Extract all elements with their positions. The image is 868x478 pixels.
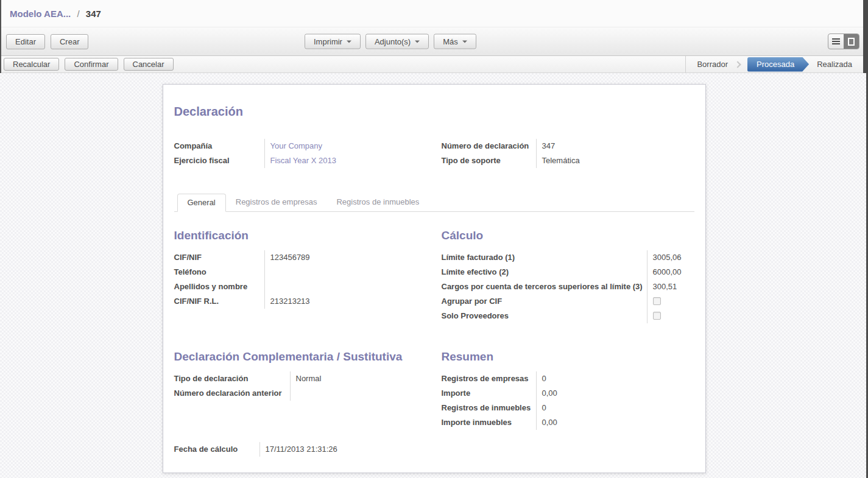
breadcrumb-parent-link[interactable]: Modelo AEA... xyxy=(10,9,71,19)
solo-proveedores-checkbox[interactable] xyxy=(653,312,661,320)
form-sheet: Declaración Compañía Your Company Ejerci… xyxy=(163,84,706,473)
caret-down-icon xyxy=(347,41,351,43)
telefono-value xyxy=(264,265,427,279)
fecha-calculo-label: Fecha de cálculo xyxy=(174,442,259,457)
company-field: Compañía Your Company xyxy=(174,139,427,153)
calculation-group: Cálculo Límite facturado (1) 3005,06 Lím… xyxy=(442,229,694,323)
importe-value: 0,00 xyxy=(536,386,694,401)
apellidos-nombre-field: Apellidos y nombre xyxy=(174,279,427,294)
complementary-group: Declaración Complementaria / Sustitutiva… xyxy=(174,350,427,430)
company-link[interactable]: Your Company xyxy=(264,139,427,153)
tab-registros-de-empresas[interactable]: Registros de empresas xyxy=(226,194,327,212)
declaration-number-label: Número de declaración xyxy=(442,139,536,153)
action-bar: Recalcular Confirmar Cancelar Borrador P… xyxy=(0,56,868,73)
top-left-group: Compañía Your Company Ejercicio fiscal F… xyxy=(174,139,427,168)
toolbar: Editar Crear Imprimir Adjunto(s) Más xyxy=(0,27,868,56)
identification-title: Identificación xyxy=(174,229,427,242)
tab-general[interactable]: General xyxy=(177,194,226,212)
status-procesada[interactable]: Procesada xyxy=(747,57,809,72)
top-right-group: Número de declaración 347 Tipo de soport… xyxy=(442,139,694,168)
limite-efectivo-field: Límite efectivo (2) 6000,00 xyxy=(442,265,694,279)
calculation-title: Cálculo xyxy=(442,229,694,242)
summary-group: Resumen Registros de empresas 0 Importe … xyxy=(442,350,694,430)
caret-down-icon xyxy=(462,41,467,43)
print-button-label: Imprimir xyxy=(314,37,342,46)
numero-declaracion-anterior-label: Número declaración anterior xyxy=(174,386,290,401)
recalculate-button[interactable]: Recalcular xyxy=(4,58,59,71)
statusbar: Borrador Procesada Realizada xyxy=(685,56,862,72)
agrupar-por-cif-checkbox[interactable] xyxy=(653,297,661,305)
importe-inmuebles-field: Importe inmuebles 0,00 xyxy=(442,415,694,430)
confirm-button[interactable]: Confirmar xyxy=(65,58,118,71)
more-button[interactable]: Más xyxy=(434,34,476,49)
cif-nif-field: CIF/NIF 123456789 xyxy=(174,250,427,265)
cargos-terceros-field: Cargos por cuenta de terceros superiores… xyxy=(442,279,694,294)
notebook-tabs: General Registros de empresas Registros … xyxy=(174,194,694,212)
declaration-number-field: Número de declaración 347 xyxy=(442,139,694,153)
cargos-terceros-value: 300,51 xyxy=(647,279,694,294)
fecha-calculo-value: 17/11/2013 21:31:26 xyxy=(259,442,439,457)
limite-facturado-field: Límite facturado (1) 3005,06 xyxy=(442,250,694,265)
tipo-declaracion-value: Normal xyxy=(290,371,427,386)
status-borrador[interactable]: Borrador xyxy=(697,60,728,69)
cancel-button[interactable]: Cancelar xyxy=(124,58,174,71)
summary-title: Resumen xyxy=(442,350,694,364)
attachments-button[interactable]: Adjunto(s) xyxy=(365,34,429,49)
tab-registros-de-inmuebles[interactable]: Registros de inmuebles xyxy=(326,194,429,212)
importe-inmuebles-label: Importe inmuebles xyxy=(442,415,536,430)
breadcrumb-divider: / xyxy=(73,9,83,19)
tipo-declaracion-field: Tipo de declaración Normal xyxy=(174,371,427,386)
identification-group: Identificación CIF/NIF 123456789 Teléfon… xyxy=(174,229,427,323)
form-view: Declaración Compañía Your Company Ejerci… xyxy=(0,73,868,473)
declaration-number-value: 347 xyxy=(536,139,694,153)
company-label: Compañía xyxy=(174,139,264,153)
fiscal-year-label: Ejercicio fiscal xyxy=(174,153,264,168)
form-title: Declaración xyxy=(174,105,694,118)
cif-nif-rl-label: CIF/NIF R.L. xyxy=(174,294,264,309)
limite-facturado-value: 3005,06 xyxy=(647,250,694,265)
cif-nif-rl-field: CIF/NIF R.L. 213213213 xyxy=(174,294,427,309)
registros-inmuebles-label: Registros de inmuebles xyxy=(442,401,536,415)
form-view-button[interactable] xyxy=(844,34,859,49)
attachments-button-label: Adjunto(s) xyxy=(375,37,411,46)
window-edge-left xyxy=(0,0,1,73)
solo-proveedores-field: Solo Proveedores xyxy=(442,309,694,323)
fecha-calculo-field: Fecha de cálculo 17/11/2013 21:31:26 xyxy=(174,442,439,457)
tipo-declaracion-label: Tipo de declaración xyxy=(174,371,290,386)
window-edge-right xyxy=(863,0,868,73)
agrupar-por-cif-field: Agrupar por CIF xyxy=(442,294,694,309)
solo-proveedores-label: Solo Proveedores xyxy=(442,309,647,323)
numero-declaracion-anterior-field: Número declaración anterior xyxy=(174,386,427,401)
edit-button[interactable]: Editar xyxy=(6,34,45,49)
registros-inmuebles-value: 0 xyxy=(536,401,694,415)
list-view-icon xyxy=(832,38,840,44)
support-type-label: Tipo de soporte xyxy=(442,153,536,168)
print-button[interactable]: Imprimir xyxy=(305,34,361,49)
agrupar-por-cif-label: Agrupar por CIF xyxy=(442,294,647,309)
importe-field: Importe 0,00 xyxy=(442,386,694,401)
apellidos-nombre-label: Apellidos y nombre xyxy=(174,279,264,294)
support-type-field: Tipo de soporte Telemática xyxy=(442,153,694,168)
list-view-button[interactable] xyxy=(828,34,844,49)
more-button-label: Más xyxy=(443,37,458,46)
apellidos-nombre-value xyxy=(264,279,427,294)
cif-nif-value: 123456789 xyxy=(264,250,427,265)
telefono-field: Teléfono xyxy=(174,265,427,279)
fiscal-year-link[interactable]: Fiscal Year X 2013 xyxy=(264,153,427,168)
breadcrumb: Modelo AEA... / 347 xyxy=(0,0,868,27)
numero-declaracion-anterior-value xyxy=(290,386,427,401)
view-switcher xyxy=(828,33,859,49)
cif-nif-rl-value: 213213213 xyxy=(264,294,427,309)
support-type-value: Telemática xyxy=(536,153,694,168)
limite-efectivo-label: Límite efectivo (2) xyxy=(442,265,647,279)
create-button[interactable]: Crear xyxy=(51,34,89,49)
fiscal-year-field: Ejercicio fiscal Fiscal Year X 2013 xyxy=(174,153,427,168)
registros-empresas-field: Registros de empresas 0 xyxy=(442,371,694,386)
telefono-label: Teléfono xyxy=(174,265,264,279)
importe-inmuebles-value: 0,00 xyxy=(536,415,694,430)
status-realizada[interactable]: Realizada xyxy=(817,60,852,69)
chevron-right-icon xyxy=(734,61,741,68)
registros-inmuebles-field: Registros de inmuebles 0 xyxy=(442,401,694,415)
registros-empresas-label: Registros de empresas xyxy=(442,371,536,386)
complementary-title: Declaración Complementaria / Sustitutiva xyxy=(174,350,427,364)
